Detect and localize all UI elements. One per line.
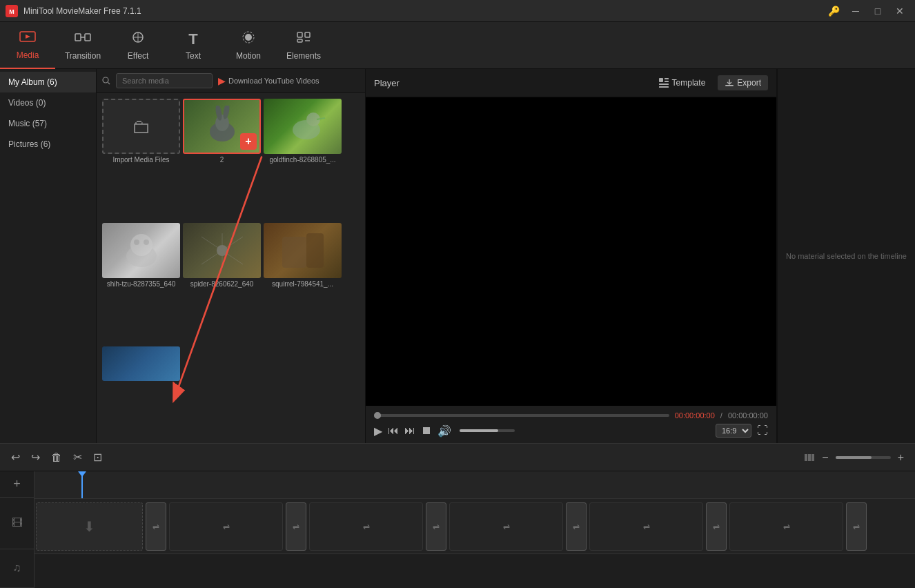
sidebar-item-pictures[interactable]: Pictures (6): [0, 134, 96, 155]
stop-button[interactable]: ⏹: [421, 424, 432, 437]
svg-rect-40: [659, 86, 669, 88]
app-icon: M: [6, 5, 18, 17]
redo-button[interactable]: ↪: [28, 448, 43, 467]
segment-transition-icon-2: ⇌: [223, 522, 230, 531]
timeline-segment-2[interactable]: ⇌: [169, 502, 283, 551]
toolbar-item-effect[interactable]: Effect: [110, 22, 166, 69]
squirrel-media-thumb[interactable]: [264, 223, 342, 278]
rabbit-media-thumb[interactable]: +: [183, 99, 261, 154]
toolbar-item-text[interactable]: T Text: [166, 22, 221, 69]
volume-fill: [460, 429, 498, 432]
progress-track[interactable]: [374, 414, 669, 417]
maximize-button[interactable]: □: [868, 3, 887, 19]
goldfinch-media-item[interactable]: goldfinch-8268805_...: [264, 99, 342, 220]
squirrel-media-item[interactable]: squirrel-7984541_...: [264, 223, 342, 344]
playhead-triangle: [78, 471, 86, 477]
music-track-label: ♫: [0, 549, 34, 588]
window-controls: 🔑 ─ □ ✕: [824, 3, 909, 19]
cut-button[interactable]: ✂: [70, 448, 85, 467]
track-labels: + 🎞 ♫: [0, 471, 35, 588]
svg-rect-42: [805, 454, 807, 461]
undo-button[interactable]: ↩: [8, 448, 23, 467]
sidebar: My Album (6) Videos (0) Music (57) Pictu…: [0, 69, 97, 443]
film-icon: 🎞: [12, 517, 23, 529]
export-button[interactable]: Export: [718, 75, 768, 90]
key-icon[interactable]: 🔑: [824, 3, 843, 19]
goldfinch-media-label: goldfinch-8268805_...: [269, 156, 335, 164]
timeline-transition-6[interactable]: ⇌: [846, 502, 867, 551]
music-icon: ♫: [13, 562, 21, 574]
toolbar-item-transition[interactable]: Transition: [55, 22, 110, 69]
fullscreen-button[interactable]: ⛶: [757, 424, 768, 437]
rabbit-media-item[interactable]: + 2: [183, 99, 261, 220]
spider-media-item[interactable]: spider-8260622_640: [183, 223, 261, 344]
toolbar-item-media[interactable]: Media: [0, 22, 55, 69]
sidebar-item-videos[interactable]: Videos (0): [0, 92, 96, 113]
toolbar-item-elements[interactable]: Elements: [276, 22, 331, 69]
media-search-bar: ▶ Download YouTube Videos: [97, 69, 365, 93]
minimize-button[interactable]: ─: [846, 3, 865, 19]
segment-transition-icon-4: ⇌: [503, 522, 510, 531]
timeline-container: ↩ ↪ 🗑 ✂ ⊡ − + + 🎞 ♫: [0, 443, 915, 588]
toolbar-transition-label: Transition: [65, 51, 101, 61]
player-controls: 00:00:00:00 / 00:00:00:00 ▶ ⏮ ⏭ ⏹ 🔊 16:9…: [366, 406, 776, 443]
zoom-controls: − +: [804, 449, 907, 467]
shih-tzu-media-label: shih-tzu-8287355_640: [107, 280, 176, 288]
toolbar-item-motion[interactable]: Motion: [221, 22, 276, 69]
aspect-ratio-select[interactable]: 16:9 4:3 1:1 9:16: [716, 424, 751, 438]
template-button[interactable]: Template: [651, 75, 713, 91]
timeline-transition-1[interactable]: ⇌: [146, 502, 166, 551]
timeline-segment-3[interactable]: ⇌: [309, 502, 423, 551]
transition-icon: [75, 30, 91, 48]
timeline-transition-3[interactable]: ⇌: [426, 502, 446, 551]
timeline-segment-5[interactable]: ⇌: [589, 502, 703, 551]
fish-media-item[interactable]: [102, 346, 180, 381]
playhead[interactable]: [81, 471, 83, 498]
zoom-in-button[interactable]: +: [895, 449, 907, 467]
transition-arrow-icon-5: ⇌: [713, 522, 720, 531]
spider-media-thumb[interactable]: [183, 223, 261, 278]
add-to-timeline-badge[interactable]: +: [240, 133, 257, 150]
search-input[interactable]: [116, 73, 213, 88]
svg-point-10: [245, 34, 252, 41]
shih-tzu-media-item[interactable]: shih-tzu-8287355_640: [102, 223, 180, 344]
sidebar-item-music[interactable]: Music (57): [0, 113, 96, 134]
drop-icon: ⬇: [83, 518, 95, 535]
toolbar-media-label: Media: [17, 50, 39, 60]
volume-slider[interactable]: [460, 429, 515, 432]
add-track-button[interactable]: +: [13, 477, 21, 491]
timeline-drop-segment[interactable]: ⬇: [36, 502, 143, 551]
timeline-segment-6[interactable]: ⇌: [729, 502, 843, 551]
titlebar: M MiniTool MovieMaker Free 7.1.1 🔑 ─ □ ✕: [0, 0, 915, 22]
timeline-segment-4[interactable]: ⇌: [449, 502, 563, 551]
transition-arrow-icon: ⇌: [152, 522, 159, 531]
toolbar-text-label: Text: [186, 51, 201, 61]
delete-button[interactable]: 🗑: [48, 449, 65, 467]
columns-icon: [804, 452, 815, 463]
player-progress-bar[interactable]: 00:00:00:00 / 00:00:00:00: [374, 411, 768, 420]
prev-frame-button[interactable]: ⏮: [388, 424, 399, 437]
timeline-transition-2[interactable]: ⇌: [286, 502, 306, 551]
fish-media-thumb[interactable]: [102, 346, 180, 381]
timeline-transition-5[interactable]: ⇌: [706, 502, 727, 551]
svg-rect-4: [75, 34, 81, 41]
zoom-slider[interactable]: [836, 456, 891, 459]
close-button[interactable]: ✕: [890, 3, 909, 19]
toolbar-motion-label: Motion: [236, 51, 261, 61]
shih-tzu-media-thumb[interactable]: [102, 223, 180, 278]
goldfinch-media-thumb[interactable]: [264, 99, 342, 154]
sidebar-item-my-album[interactable]: My Album (6): [0, 72, 96, 92]
crop-button[interactable]: ⊡: [90, 448, 105, 467]
next-frame-button[interactable]: ⏭: [404, 424, 415, 437]
import-media-item[interactable]: 🗀 Import Media Files: [102, 99, 180, 220]
import-media-thumb[interactable]: 🗀: [102, 99, 180, 154]
media-panel: ▶ Download YouTube Videos 🗀 Import Media…: [97, 69, 366, 443]
svg-rect-14: [297, 39, 302, 42]
progress-knob[interactable]: [374, 412, 381, 419]
timeline-transition-4[interactable]: ⇌: [566, 502, 587, 551]
zoom-out-button[interactable]: −: [819, 449, 831, 467]
svg-rect-37: [665, 78, 669, 79]
play-button[interactable]: ▶: [374, 424, 382, 438]
volume-button[interactable]: 🔊: [437, 424, 451, 438]
youtube-download-button[interactable]: ▶ Download YouTube Videos: [218, 75, 319, 86]
